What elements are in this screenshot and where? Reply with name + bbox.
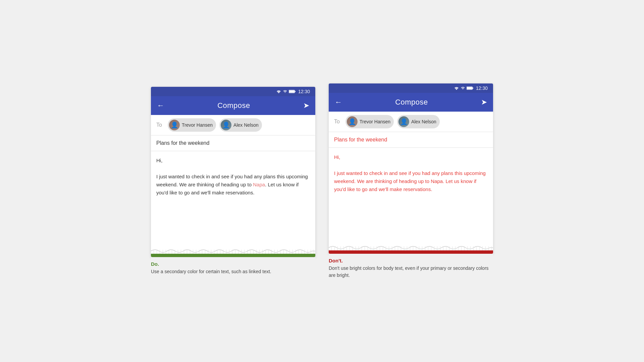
right-send-button[interactable]: ➤ bbox=[481, 98, 487, 107]
right-wavy-border bbox=[329, 245, 493, 250]
left-to-label: To bbox=[156, 122, 163, 128]
left-body-napa: Napa bbox=[253, 182, 265, 187]
left-app-bar: ← Compose ➤ bbox=[151, 96, 315, 115]
right-bottom-bar bbox=[329, 250, 493, 254]
left-do-label: Do. bbox=[151, 261, 315, 267]
left-recipient1-chip[interactable]: Trevor Hansen bbox=[168, 118, 216, 132]
left-alex-avatar bbox=[221, 120, 231, 130]
left-wavy-border bbox=[151, 248, 315, 254]
right-body-napa: Napa bbox=[431, 178, 443, 184]
right-battery-icon bbox=[467, 86, 473, 90]
right-alex-name: Alex Nelson bbox=[411, 119, 436, 124]
left-status-icons: 12:30 bbox=[276, 89, 310, 94]
svg-rect-5 bbox=[467, 87, 472, 89]
right-phone: 12:30 ← Compose ➤ To Trevor Hansen Alex … bbox=[329, 83, 493, 254]
right-app-bar: ← Compose ➤ bbox=[329, 93, 493, 112]
right-body-hi: Hi, bbox=[334, 154, 340, 160]
left-app-title: Compose bbox=[217, 101, 250, 110]
left-trevor-name: Trevor Hansen bbox=[182, 122, 213, 128]
right-wifi-icon bbox=[454, 86, 459, 90]
left-back-button[interactable]: ← bbox=[157, 101, 164, 110]
left-caption: Do. Use a secondary color for certain te… bbox=[151, 257, 315, 275]
right-time: 12:30 bbox=[476, 85, 488, 91]
right-app-title: Compose bbox=[395, 98, 428, 107]
left-trevor-avatar bbox=[169, 120, 180, 130]
svg-rect-2 bbox=[289, 90, 294, 93]
left-status-bar: 12:30 bbox=[151, 87, 315, 96]
left-subject-text: Plans for the weekend bbox=[156, 140, 209, 146]
right-body-field[interactable]: Hi, I just wanted to check in and see if… bbox=[329, 148, 493, 245]
svg-rect-1 bbox=[294, 91, 296, 92]
right-trevor-name: Trevor Hansen bbox=[360, 119, 390, 124]
right-recipient2-chip[interactable]: Alex Nelson bbox=[397, 115, 440, 128]
left-caption-desc: Use a secondary color for certain text, … bbox=[151, 268, 315, 275]
right-subject-text: Plans for the weekend bbox=[334, 137, 387, 142]
left-bottom-bar bbox=[151, 254, 315, 257]
left-send-button[interactable]: ➤ bbox=[303, 101, 309, 110]
left-phone: 12:30 ← Compose ➤ To Trevor Hansen Alex … bbox=[151, 87, 315, 257]
left-body-text: Hi, I just wanted to check in and see if… bbox=[156, 157, 310, 197]
svg-rect-4 bbox=[472, 87, 473, 88]
left-body-hi: Hi, bbox=[156, 158, 162, 163]
signal-icon bbox=[283, 89, 287, 94]
right-trevor-avatar bbox=[347, 116, 358, 127]
right-status-icons: 12:30 bbox=[454, 85, 488, 91]
right-subject-field[interactable]: Plans for the weekend bbox=[329, 132, 493, 148]
left-subject-field[interactable]: Plans for the weekend bbox=[151, 135, 315, 151]
left-body-field[interactable]: Hi, I just wanted to check in and see if… bbox=[151, 151, 315, 248]
left-time: 12:30 bbox=[298, 89, 310, 94]
right-back-button[interactable]: ← bbox=[335, 98, 342, 107]
battery-icon bbox=[289, 89, 296, 94]
wifi-icon bbox=[276, 89, 281, 94]
right-to-field: To Trevor Hansen Alex Nelson bbox=[329, 112, 493, 132]
left-to-field: To Trevor Hansen Alex Nelson bbox=[151, 115, 315, 135]
right-to-label: To bbox=[334, 119, 341, 125]
right-dont-label: Don't. bbox=[329, 258, 493, 263]
right-caption-desc: Don't use bright colors for body text, e… bbox=[329, 265, 493, 279]
right-alex-avatar bbox=[398, 116, 409, 127]
right-signal-icon bbox=[461, 86, 465, 90]
left-recipient2-chip[interactable]: Alex Nelson bbox=[219, 118, 262, 132]
left-alex-name: Alex Nelson bbox=[233, 122, 259, 128]
right-body-text: Hi, I just wanted to check in and see if… bbox=[334, 153, 488, 193]
right-status-bar: 12:30 bbox=[329, 83, 493, 93]
right-caption: Don't. Don't use bright colors for body … bbox=[329, 254, 493, 279]
right-recipient1-chip[interactable]: Trevor Hansen bbox=[345, 115, 394, 128]
